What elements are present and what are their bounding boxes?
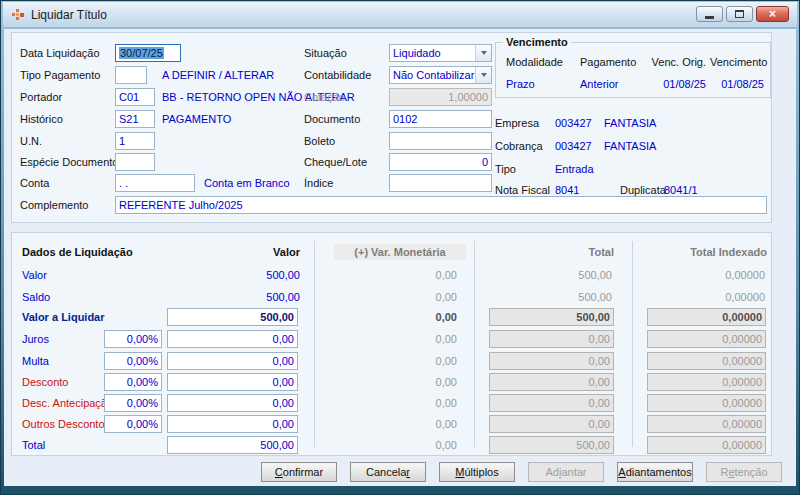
row-multa-tidx: 0,00000 — [647, 352, 766, 370]
cobranca-code: 003427 — [555, 137, 592, 155]
row-outros-descontos-total: 0,00 — [489, 415, 614, 433]
nota-fiscal-value: 8041 — [555, 181, 579, 199]
row-valor-liquidar-tidx: 0,00000 — [647, 308, 766, 326]
complemento-label: Complemento — [20, 196, 88, 214]
row-valor-liquidar-label: Valor a Liquidar — [22, 308, 105, 326]
row-total-total: 500,00 — [489, 436, 614, 454]
venc-orig-value: 01/08/25 — [642, 75, 706, 93]
restore-icon[interactable] — [726, 6, 753, 22]
contabilidade-label: Contabilidade — [304, 66, 371, 84]
portador-field[interactable]: C01 — [115, 88, 155, 106]
grid-header-valor: Valor — [192, 243, 300, 261]
row-valor-valor: 500,00 — [192, 266, 300, 284]
situacao-select[interactable]: Liquidado — [389, 44, 492, 62]
row-desconto-tidx: 0,00000 — [647, 373, 766, 391]
boleto-field[interactable] — [389, 132, 492, 150]
juros-pct-field[interactable]: 0,00% — [104, 330, 162, 348]
multa-valor-field[interactable]: 0,00 — [167, 352, 298, 370]
duplicata-value: 8041/1 — [664, 181, 698, 199]
multa-pct-field[interactable]: 0,00% — [104, 352, 162, 370]
row-total-tidx: 0,00000 — [647, 436, 766, 454]
vencimento-title: Vencimento — [503, 35, 571, 49]
grid-header-var-monetaria: (+) Var. Monetária — [334, 244, 466, 260]
conta-desc: Conta em Branco — [204, 174, 290, 192]
column-divider — [632, 241, 633, 447]
modalidade-header: Modalidade — [506, 53, 563, 71]
cheque-lote-label: Cheque/Lote — [304, 153, 367, 171]
contabilidade-select[interactable]: Não Contabilizar — [389, 66, 492, 84]
conta-field[interactable]: . . — [115, 174, 195, 192]
cancelar-button[interactable]: Cancelar — [350, 462, 426, 482]
row-saldo-total: 500,00 — [492, 288, 612, 306]
tipo-pagamento-desc: A DEFINIR / ALTERAR — [162, 66, 274, 84]
cobranca-name: FANTASIA — [604, 137, 656, 155]
row-multa-label: Multa — [22, 352, 49, 370]
row-valor-total: 500,00 — [492, 266, 612, 284]
row-outros-descontos-tidx: 0,00000 — [647, 415, 766, 433]
row-total-var: 0,00 — [342, 436, 457, 454]
pagamento-header: Pagamento — [580, 53, 636, 71]
empresa-label: Empresa — [495, 114, 539, 132]
especie-documento-label: Espécie Documento — [20, 153, 118, 171]
portador-label: Portador — [20, 88, 62, 106]
liquidacao-panel: Dados de Liquidação Valor (+) Var. Monet… — [11, 232, 772, 456]
title-bar[interactable]: Liquidar Título × — [3, 2, 797, 28]
row-valor-var: 0,00 — [342, 266, 457, 284]
tipo-value: Entrada — [555, 160, 594, 178]
window-title: Liquidar Título — [31, 8, 107, 22]
row-desconto-total: 0,00 — [489, 373, 614, 391]
row-outros-descontos-var: 0,00 — [342, 415, 457, 433]
indice-field[interactable] — [389, 174, 492, 192]
desconto-valor-field[interactable]: 0,00 — [167, 373, 298, 391]
row-valor-liquidar-var: 0,00 — [342, 308, 457, 326]
grid-header-total-indexado: Total Indexado — [637, 243, 767, 261]
column-divider — [314, 241, 315, 447]
grid-header-total: Total — [507, 243, 614, 261]
desc-antecipacao-pct-field[interactable]: 0,00% — [104, 394, 162, 412]
confirmar-button[interactable]: Confirmar — [261, 462, 337, 482]
row-valor-tidx: 0,00000 — [642, 266, 765, 284]
row-juros-tidx: 0,00000 — [647, 330, 766, 348]
adiantamentos-button[interactable]: Adiantamentos — [617, 462, 693, 482]
un-field[interactable]: 1 — [115, 132, 155, 150]
cotacao-field: 1,00000 — [389, 88, 492, 106]
total-valor-field[interactable]: 500,00 — [167, 436, 298, 454]
tipo-pagamento-field[interactable] — [115, 66, 147, 84]
row-multa-var: 0,00 — [342, 352, 457, 370]
indice-label: Índice — [304, 174, 333, 192]
row-desc-antecipacao-total: 0,00 — [489, 394, 614, 412]
close-icon[interactable]: × — [756, 6, 789, 22]
situacao-label: Situação — [304, 44, 347, 62]
desc-antecipacao-valor-field[interactable]: 0,00 — [167, 394, 298, 412]
app-icon — [11, 8, 25, 22]
row-saldo-tidx: 0,00000 — [642, 288, 765, 306]
row-desc-antecipacao-var: 0,00 — [342, 394, 457, 412]
documento-field[interactable]: 0102 — [389, 110, 492, 128]
desconto-pct-field[interactable]: 0,00% — [104, 373, 162, 391]
outros-descontos-valor-field[interactable]: 0,00 — [167, 415, 298, 433]
data-liquidacao-label: Data Liquidação — [20, 44, 100, 62]
empresa-code: 003427 — [555, 114, 592, 132]
minimize-icon[interactable] — [696, 6, 723, 22]
outros-descontos-pct-field[interactable]: 0,00% — [104, 415, 162, 433]
chevron-down-icon — [475, 67, 491, 83]
cheque-lote-field[interactable]: 0 — [389, 153, 492, 171]
boleto-label: Boleto — [304, 132, 335, 150]
row-valor-liquidar-total: 500,00 — [489, 308, 614, 326]
row-saldo-var: 0,00 — [342, 288, 457, 306]
conta-label: Conta — [20, 174, 49, 192]
row-outros-descontos-label: Outros Descontos — [22, 415, 110, 433]
chevron-down-icon — [475, 45, 491, 61]
un-label: U.N. — [20, 132, 42, 150]
pagamento-value: Anterior — [580, 75, 619, 93]
data-liquidacao-field[interactable]: 30/07/25 — [115, 44, 181, 62]
multiplos-button[interactable]: Múltiplos — [439, 462, 515, 482]
tipo-label: Tipo — [495, 160, 516, 178]
valor-liquidar-field[interactable]: 500,00 — [167, 308, 298, 326]
row-saldo-valor: 500,00 — [192, 288, 300, 306]
juros-valor-field[interactable]: 0,00 — [167, 330, 298, 348]
historico-field[interactable]: S21 — [115, 110, 155, 128]
cobranca-label: Cobrança — [495, 137, 543, 155]
especie-documento-field[interactable] — [115, 153, 155, 171]
row-total-label: Total — [22, 436, 45, 454]
